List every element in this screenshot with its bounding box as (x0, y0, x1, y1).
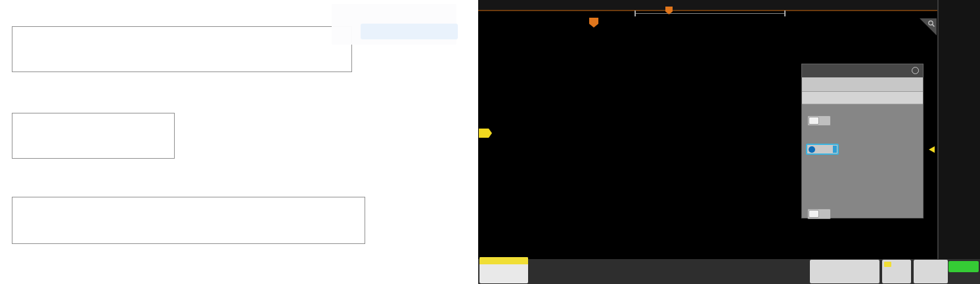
channel1-badge-title (479, 257, 528, 264)
triggered-status-button[interactable] (948, 261, 979, 272)
frame-count-value (833, 146, 837, 153)
help-icon[interactable] (912, 67, 919, 74)
snip-sketch-button[interactable] (361, 24, 458, 39)
windows-notification (332, 4, 457, 45)
frame-count-input[interactable] (806, 144, 839, 155)
magnifier-icon (927, 20, 935, 28)
menu-bar (478, 0, 937, 10)
page (0, 0, 980, 284)
trigger-level-arrow[interactable] (929, 146, 935, 153)
sampling-diagrams (0, 0, 478, 284)
storage-window-box-1 (12, 26, 352, 72)
storage-window-box-2 (12, 113, 175, 159)
summary-frame-toggle[interactable] (807, 209, 831, 219)
bottom-settings-bar (478, 259, 980, 284)
toggle-knob (809, 210, 819, 218)
fast-frame-section-header (802, 92, 923, 104)
multipurpose-knob-a-icon (809, 146, 815, 153)
fast-frame-toggle[interactable] (807, 115, 831, 126)
horizontal-badge[interactable] (810, 260, 880, 283)
frames-diagram (802, 160, 923, 201)
trigger-badge-row (884, 262, 909, 267)
oscilloscope-screen (478, 0, 980, 284)
acquisition-badge[interactable] (914, 260, 948, 283)
settings-row[interactable] (802, 77, 923, 92)
right-tool-panel (937, 0, 980, 259)
trigger-source-chip (884, 262, 891, 267)
toggle-knob (809, 117, 819, 125)
storage-window-box-3 (12, 197, 365, 244)
dialog-title (802, 64, 923, 77)
horizontal-position-slider[interactable] (635, 10, 786, 16)
channel1-badge[interactable] (479, 257, 528, 283)
trigger-badge[interactable] (882, 260, 911, 283)
acquisition-dialog (801, 64, 924, 218)
